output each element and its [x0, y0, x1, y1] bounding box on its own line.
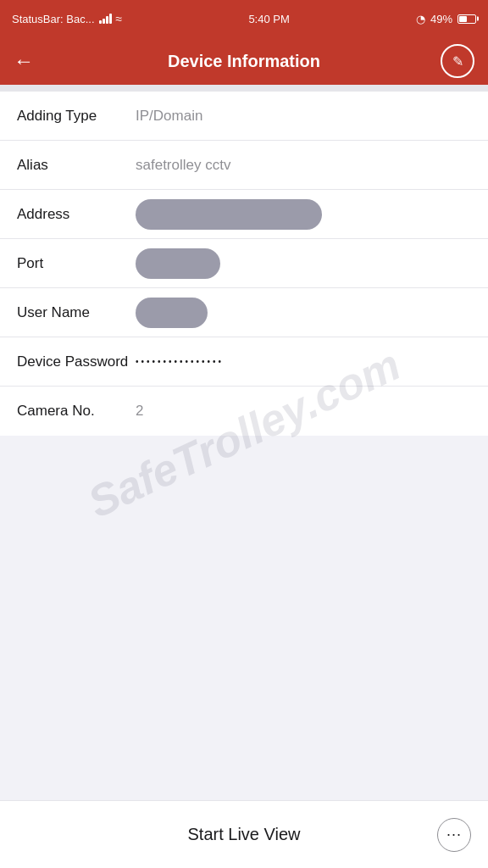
- empty-space: [0, 436, 488, 690]
- camera-no-row: Camera No. 2: [0, 387, 488, 436]
- username-row: User Name: [0, 288, 488, 337]
- adding-type-value: IP/Domain: [136, 108, 471, 125]
- back-button[interactable]: ←: [14, 49, 47, 73]
- username-label: User Name: [17, 304, 136, 321]
- address-label: Address: [17, 206, 136, 223]
- more-options-button[interactable]: ···: [437, 818, 471, 852]
- more-icon: ···: [446, 826, 462, 843]
- password-row: Device Password ••••••••••••••••: [0, 337, 488, 387]
- port-row: Port: [0, 239, 488, 288]
- address-row: Address: [0, 190, 488, 239]
- content-area: Adding Type IP/Domain Alias safetrolley …: [0, 92, 488, 800]
- status-bar: StatusBar: Bac... ≈ 5:40 PM ◔ 49%: [0, 0, 488, 37]
- bottom-bar: Start Live View ···: [0, 800, 488, 868]
- status-right: ◔ 49%: [416, 13, 476, 25]
- edit-button[interactable]: ✎: [441, 44, 474, 78]
- battery-icon: [458, 14, 476, 24]
- username-redacted: [136, 298, 208, 328]
- lock-icon: ◔: [416, 13, 425, 25]
- time-label: 5:40 PM: [248, 13, 289, 25]
- alias-row: Alias safetrolley cctv: [0, 141, 488, 190]
- separator: [0, 85, 488, 92]
- password-value: ••••••••••••••••: [136, 357, 224, 366]
- nav-bar: ← Device Information ✎: [0, 37, 488, 85]
- form-section: Adding Type IP/Domain Alias safetrolley …: [0, 92, 488, 436]
- password-label: Device Password: [17, 353, 136, 370]
- camera-no-value: 2: [136, 403, 471, 420]
- signal-icon: [99, 14, 112, 24]
- edit-icon: ✎: [452, 53, 463, 70]
- status-left: StatusBar: Bac... ≈: [12, 12, 122, 25]
- adding-type-label: Adding Type: [17, 108, 136, 125]
- alias-label: Alias: [17, 157, 136, 174]
- start-live-view-button[interactable]: Start Live View: [187, 825, 300, 844]
- carrier-label: StatusBar: Bac...: [12, 13, 95, 25]
- camera-no-label: Camera No.: [17, 403, 136, 420]
- address-redacted: [136, 199, 322, 230]
- battery-percent: 49%: [430, 13, 452, 25]
- port-redacted: [136, 248, 220, 279]
- port-label: Port: [17, 255, 136, 272]
- adding-type-row: Adding Type IP/Domain: [0, 92, 488, 141]
- page-title: Device Information: [47, 52, 441, 71]
- alias-value: safetrolley cctv: [136, 157, 471, 174]
- wifi-icon: ≈: [116, 12, 123, 25]
